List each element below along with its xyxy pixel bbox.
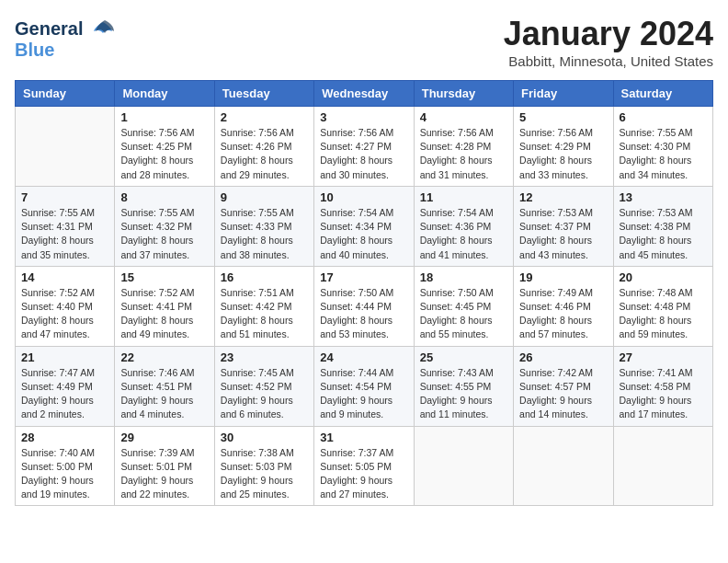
calendar-cell: 25Sunrise: 7:43 AM Sunset: 4:55 PM Dayli… — [414, 346, 513, 426]
day-info: Sunrise: 7:56 AM Sunset: 4:26 PM Dayligh… — [221, 126, 308, 182]
day-number: 18 — [420, 270, 507, 284]
calendar-cell: 27Sunrise: 7:41 AM Sunset: 4:58 PM Dayli… — [613, 346, 712, 426]
title-block: January 2024 Babbitt, Minnesota, United … — [504, 15, 713, 69]
day-number: 22 — [120, 350, 208, 364]
day-info: Sunrise: 7:56 AM Sunset: 4:28 PM Dayligh… — [420, 126, 507, 182]
day-info: Sunrise: 7:48 AM Sunset: 4:48 PM Dayligh… — [620, 286, 707, 342]
calendar-cell: 24Sunrise: 7:44 AM Sunset: 4:54 PM Dayli… — [314, 346, 414, 426]
calendar-cell: 1Sunrise: 7:56 AM Sunset: 4:25 PM Daylig… — [115, 107, 214, 187]
day-info: Sunrise: 7:49 AM Sunset: 4:46 PM Dayligh… — [519, 286, 607, 342]
header-monday: Monday — [115, 81, 214, 107]
calendar-cell: 26Sunrise: 7:42 AM Sunset: 4:57 PM Dayli… — [514, 346, 613, 426]
calendar-week-4: 21Sunrise: 7:47 AM Sunset: 4:49 PM Dayli… — [16, 346, 713, 426]
day-number: 24 — [320, 350, 407, 364]
day-info: Sunrise: 7:54 AM Sunset: 4:36 PM Dayligh… — [420, 206, 507, 262]
calendar-cell: 30Sunrise: 7:38 AM Sunset: 5:03 PM Dayli… — [214, 426, 313, 506]
day-number: 3 — [320, 110, 407, 124]
header-saturday: Saturday — [613, 81, 712, 107]
day-number: 20 — [620, 270, 707, 284]
day-info: Sunrise: 7:42 AM Sunset: 4:57 PM Dayligh… — [519, 366, 607, 422]
calendar-cell: 9Sunrise: 7:55 AM Sunset: 4:33 PM Daylig… — [214, 186, 313, 266]
page-header: General Blue January 2024 Babbitt, Minne… — [15, 15, 713, 69]
day-number: 12 — [519, 190, 607, 204]
calendar-cell: 18Sunrise: 7:50 AM Sunset: 4:45 PM Dayli… — [414, 266, 513, 346]
day-number: 21 — [21, 350, 108, 364]
calendar-table: SundayMondayTuesdayWednesdayThursdayFrid… — [15, 80, 713, 506]
logo-blue-text: Blue — [15, 40, 83, 61]
day-info: Sunrise: 7:52 AM Sunset: 4:40 PM Dayligh… — [21, 286, 108, 342]
day-number: 27 — [620, 350, 707, 364]
calendar-cell: 5Sunrise: 7:56 AM Sunset: 4:29 PM Daylig… — [514, 107, 613, 187]
day-number: 16 — [221, 270, 308, 284]
day-info: Sunrise: 7:44 AM Sunset: 4:54 PM Dayligh… — [320, 366, 407, 422]
calendar-cell: 29Sunrise: 7:39 AM Sunset: 5:01 PM Dayli… — [115, 426, 214, 506]
calendar-cell: 2Sunrise: 7:56 AM Sunset: 4:26 PM Daylig… — [214, 107, 313, 187]
calendar-week-3: 14Sunrise: 7:52 AM Sunset: 4:40 PM Dayli… — [16, 266, 713, 346]
calendar-cell: 17Sunrise: 7:50 AM Sunset: 4:44 PM Dayli… — [314, 266, 414, 346]
calendar-cell: 28Sunrise: 7:40 AM Sunset: 5:00 PM Dayli… — [16, 426, 115, 506]
calendar-week-1: 1Sunrise: 7:56 AM Sunset: 4:25 PM Daylig… — [16, 107, 713, 187]
day-number: 30 — [221, 431, 308, 444]
calendar-week-5: 28Sunrise: 7:40 AM Sunset: 5:00 PM Dayli… — [16, 426, 713, 506]
day-info: Sunrise: 7:53 AM Sunset: 4:38 PM Dayligh… — [620, 206, 707, 262]
logo-wordmark: General Blue — [15, 18, 83, 61]
day-info: Sunrise: 7:47 AM Sunset: 4:49 PM Dayligh… — [21, 366, 108, 422]
calendar-cell — [613, 426, 712, 506]
day-number: 5 — [519, 110, 607, 124]
calendar-header-row: SundayMondayTuesdayWednesdayThursdayFrid… — [16, 81, 713, 107]
day-info: Sunrise: 7:55 AM Sunset: 4:31 PM Dayligh… — [21, 206, 108, 262]
calendar-cell — [16, 107, 115, 187]
calendar-cell — [514, 426, 613, 506]
day-number: 14 — [21, 270, 108, 284]
calendar-cell: 15Sunrise: 7:52 AM Sunset: 4:41 PM Dayli… — [115, 266, 214, 346]
day-number: 9 — [221, 190, 308, 204]
calendar-cell: 11Sunrise: 7:54 AM Sunset: 4:36 PM Dayli… — [414, 186, 513, 266]
calendar-week-2: 7Sunrise: 7:55 AM Sunset: 4:31 PM Daylig… — [16, 186, 713, 266]
logo-bird-icon — [85, 20, 114, 53]
day-info: Sunrise: 7:43 AM Sunset: 4:55 PM Dayligh… — [420, 366, 507, 422]
day-info: Sunrise: 7:50 AM Sunset: 4:45 PM Dayligh… — [420, 286, 507, 342]
day-info: Sunrise: 7:46 AM Sunset: 4:51 PM Dayligh… — [120, 366, 208, 422]
day-info: Sunrise: 7:55 AM Sunset: 4:30 PM Dayligh… — [620, 126, 707, 182]
day-number: 7 — [21, 190, 108, 204]
day-number: 2 — [221, 110, 308, 124]
day-number: 17 — [320, 270, 407, 284]
day-info: Sunrise: 7:38 AM Sunset: 5:03 PM Dayligh… — [221, 446, 308, 502]
day-info: Sunrise: 7:37 AM Sunset: 5:05 PM Dayligh… — [320, 446, 407, 502]
day-number: 1 — [120, 110, 208, 124]
calendar-cell: 3Sunrise: 7:56 AM Sunset: 4:27 PM Daylig… — [314, 107, 414, 187]
day-number: 6 — [620, 110, 707, 124]
day-number: 15 — [120, 270, 208, 284]
day-number: 28 — [21, 431, 108, 444]
location: Babbitt, Minnesota, United States — [504, 53, 713, 69]
day-info: Sunrise: 7:53 AM Sunset: 4:37 PM Dayligh… — [519, 206, 607, 262]
day-info: Sunrise: 7:39 AM Sunset: 5:01 PM Dayligh… — [120, 446, 208, 502]
calendar-cell: 12Sunrise: 7:53 AM Sunset: 4:37 PM Dayli… — [514, 186, 613, 266]
day-info: Sunrise: 7:55 AM Sunset: 4:33 PM Dayligh… — [221, 206, 308, 262]
day-info: Sunrise: 7:40 AM Sunset: 5:00 PM Dayligh… — [21, 446, 108, 502]
calendar-cell: 6Sunrise: 7:55 AM Sunset: 4:30 PM Daylig… — [613, 107, 712, 187]
day-info: Sunrise: 7:52 AM Sunset: 4:41 PM Dayligh… — [120, 286, 208, 342]
header-wednesday: Wednesday — [314, 81, 414, 107]
day-info: Sunrise: 7:55 AM Sunset: 4:32 PM Dayligh… — [120, 206, 208, 262]
day-info: Sunrise: 7:41 AM Sunset: 4:58 PM Dayligh… — [620, 366, 707, 422]
calendar-cell: 22Sunrise: 7:46 AM Sunset: 4:51 PM Dayli… — [115, 346, 214, 426]
calendar-cell: 16Sunrise: 7:51 AM Sunset: 4:42 PM Dayli… — [214, 266, 313, 346]
calendar-cell: 21Sunrise: 7:47 AM Sunset: 4:49 PM Dayli… — [16, 346, 115, 426]
day-info: Sunrise: 7:56 AM Sunset: 4:27 PM Dayligh… — [320, 126, 407, 182]
calendar-cell: 7Sunrise: 7:55 AM Sunset: 4:31 PM Daylig… — [16, 186, 115, 266]
calendar-cell: 10Sunrise: 7:54 AM Sunset: 4:34 PM Dayli… — [314, 186, 414, 266]
day-number: 29 — [120, 431, 208, 444]
day-number: 31 — [320, 431, 407, 444]
day-info: Sunrise: 7:54 AM Sunset: 4:34 PM Dayligh… — [320, 206, 407, 262]
header-thursday: Thursday — [414, 81, 513, 107]
calendar-cell: 14Sunrise: 7:52 AM Sunset: 4:40 PM Dayli… — [16, 266, 115, 346]
logo: General Blue — [15, 15, 114, 61]
logo-general-text: General — [15, 18, 83, 40]
month-title: January 2024 — [504, 15, 713, 53]
day-info: Sunrise: 7:51 AM Sunset: 4:42 PM Dayligh… — [221, 286, 308, 342]
day-number: 10 — [320, 190, 407, 204]
calendar-cell: 19Sunrise: 7:49 AM Sunset: 4:46 PM Dayli… — [514, 266, 613, 346]
calendar-cell: 8Sunrise: 7:55 AM Sunset: 4:32 PM Daylig… — [115, 186, 214, 266]
calendar-cell: 31Sunrise: 7:37 AM Sunset: 5:05 PM Dayli… — [314, 426, 414, 506]
